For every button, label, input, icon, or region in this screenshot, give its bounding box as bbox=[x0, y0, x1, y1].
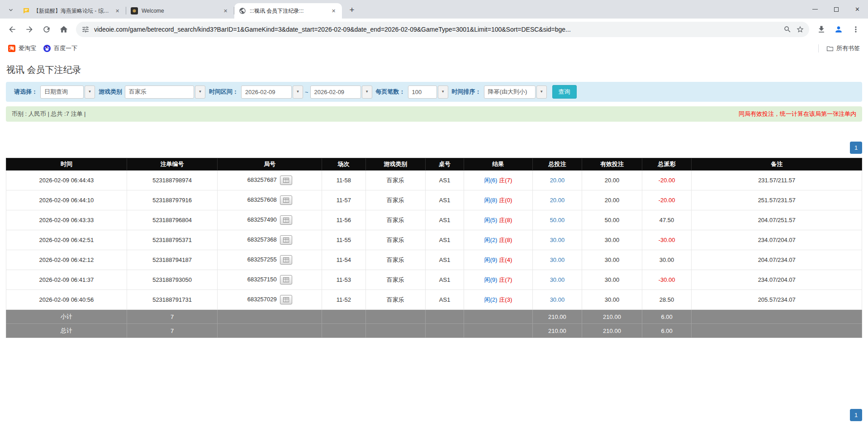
page-1-button[interactable]: 1 bbox=[850, 142, 862, 154]
tab-close-icon[interactable]: ✕ bbox=[330, 7, 337, 15]
cell-result: 闲(2)庄(8) bbox=[464, 230, 532, 250]
new-tab-button[interactable]: + bbox=[346, 4, 358, 16]
forward-button[interactable] bbox=[22, 22, 37, 37]
zoom-icon[interactable] bbox=[781, 23, 794, 36]
site-info-icon[interactable] bbox=[81, 25, 90, 33]
select-type-value[interactable]: 日期查询 bbox=[40, 85, 84, 99]
chevron-down-icon[interactable]: ▼ bbox=[362, 85, 372, 99]
note-text: 同局有效投注，统一计算在该局第一张注单内 bbox=[739, 110, 856, 118]
cell-total-bet[interactable]: 20.00 bbox=[532, 171, 582, 190]
per-page-combo: 100 ▼ bbox=[408, 85, 448, 99]
chat-favicon-icon bbox=[23, 7, 30, 14]
tab-search-button[interactable] bbox=[5, 4, 17, 16]
chevron-down-icon[interactable]: ▼ bbox=[195, 85, 205, 99]
table-row: 2026-02-09 06:42:51 523188795371 6832573… bbox=[6, 230, 862, 250]
round-detail-button[interactable] bbox=[280, 215, 292, 225]
round-id: 683257608 bbox=[247, 196, 277, 203]
tab-bet-records[interactable]: :::视讯 会员下注纪录::: ✕ bbox=[234, 3, 342, 19]
result-player: 闲(9) bbox=[484, 276, 497, 283]
cell-time: 2026-02-09 06:40:56 bbox=[6, 290, 127, 310]
cell-session: 11-54 bbox=[322, 250, 365, 270]
cell-total-bet[interactable]: 50.00 bbox=[532, 210, 582, 230]
cell-session: 11-56 bbox=[322, 210, 365, 230]
date-end-input[interactable]: 2026-02-09 bbox=[310, 85, 361, 99]
maximize-button[interactable] bbox=[825, 0, 847, 19]
menu-button[interactable] bbox=[848, 22, 863, 37]
download-icon bbox=[817, 25, 826, 34]
profile-button[interactable] bbox=[831, 22, 846, 37]
cell-total-bet[interactable]: 30.00 bbox=[532, 250, 582, 270]
grid-icon bbox=[283, 257, 289, 262]
result-banker: 庄(8) bbox=[499, 217, 512, 223]
cell-total-bet[interactable]: 30.00 bbox=[532, 270, 582, 290]
search-button[interactable]: 查询 bbox=[552, 85, 577, 99]
bookmark-baidu[interactable]: 百度一下 bbox=[40, 43, 81, 54]
minimize-button[interactable] bbox=[804, 0, 825, 19]
cell-table: AS1 bbox=[426, 210, 464, 230]
tab-forum[interactable]: 【新提醒】海燕策略论坛 - 综合... ✕ bbox=[18, 3, 126, 19]
chevron-down-icon[interactable]: ▼ bbox=[438, 85, 448, 99]
cell-game: 百家乐 bbox=[365, 270, 425, 290]
page-content: 视讯 会员下注纪录 请选择： 日期查询 ▼ 游戏类别 百家乐 ▼ 时间区间： 2… bbox=[0, 56, 868, 432]
select-type-label: 请选择： bbox=[14, 88, 38, 96]
chevron-down-icon[interactable]: ▼ bbox=[536, 85, 547, 99]
table-row: 2026-02-09 06:42:12 523188794187 6832572… bbox=[6, 250, 862, 270]
col-header-0: 时间 bbox=[6, 158, 127, 171]
tab-close-icon[interactable]: ✕ bbox=[114, 7, 121, 15]
cell-total-bet[interactable]: 30.00 bbox=[532, 290, 582, 310]
round-detail-button[interactable] bbox=[280, 295, 292, 304]
cell-round: 683257255 bbox=[218, 250, 322, 270]
cell-total-bet[interactable]: 20.00 bbox=[532, 190, 582, 210]
cell-result: 闲(8)庄(0) bbox=[464, 190, 532, 210]
cell-bet-id: 523188798974 bbox=[127, 171, 218, 190]
game-type-label: 游戏类别 bbox=[99, 88, 122, 96]
cell-note: 204.07/251.57 bbox=[692, 210, 862, 230]
tab-welcome[interactable]: Welcome ✕ bbox=[126, 3, 234, 19]
chevron-down-icon[interactable]: ▼ bbox=[85, 85, 95, 99]
date-start-input[interactable]: 2026-02-09 bbox=[241, 85, 292, 99]
cell-round: 683257150 bbox=[218, 270, 322, 290]
per-page-input[interactable]: 100 bbox=[408, 85, 437, 99]
home-button[interactable] bbox=[56, 22, 71, 37]
back-button[interactable] bbox=[5, 22, 20, 37]
baidu-favicon-icon bbox=[43, 45, 51, 52]
page-title: 视讯 会员下注纪录 bbox=[0, 56, 868, 81]
url-text[interactable]: videoie.com/game/betrecord_search/kind3?… bbox=[94, 26, 777, 33]
round-detail-button[interactable] bbox=[280, 255, 292, 265]
round-detail-button[interactable] bbox=[280, 275, 292, 285]
cell-valid-bet: 30.00 bbox=[582, 290, 642, 310]
close-window-button[interactable]: ✕ bbox=[847, 0, 868, 19]
result-player: 闲(5) bbox=[484, 217, 497, 223]
cell-game: 百家乐 bbox=[365, 210, 425, 230]
reload-button[interactable] bbox=[39, 22, 54, 37]
round-detail-button[interactable] bbox=[280, 176, 292, 185]
table-row: 2026-02-09 06:40:56 523188791731 6832570… bbox=[6, 290, 862, 310]
cell-note: 251.57/231.57 bbox=[692, 190, 862, 210]
downloads-button[interactable] bbox=[814, 22, 829, 37]
cell-payout: 30.00 bbox=[642, 250, 692, 270]
cell-round: 683257687 bbox=[218, 171, 322, 190]
round-detail-button[interactable] bbox=[280, 235, 292, 245]
tab-close-icon[interactable]: ✕ bbox=[222, 7, 229, 15]
page-1-button[interactable]: 1 bbox=[850, 409, 862, 421]
result-banker: 庄(8) bbox=[499, 237, 512, 243]
cell-result: 闲(6)庄(7) bbox=[464, 171, 532, 190]
cell-session: 11-53 bbox=[322, 270, 365, 290]
all-bookmarks-button[interactable]: 所有书签 bbox=[822, 43, 863, 54]
chevron-down-icon[interactable]: ▼ bbox=[293, 85, 303, 99]
cell-valid-bet: 20.00 bbox=[582, 190, 642, 210]
sort-value[interactable]: 降幂(由大到小) bbox=[484, 85, 536, 99]
round-detail-button[interactable] bbox=[280, 195, 292, 205]
col-header-3: 场次 bbox=[322, 158, 365, 171]
bookmark-star-icon[interactable] bbox=[794, 23, 806, 36]
url-bar[interactable]: videoie.com/game/betrecord_search/kind3?… bbox=[76, 22, 809, 37]
cell-table: AS1 bbox=[426, 250, 464, 270]
per-page-label: 每页笔数： bbox=[376, 88, 405, 96]
cell-result: 闲(9)庄(7) bbox=[464, 270, 532, 290]
bookmark-aitaobao[interactable]: 淘 爱淘宝 bbox=[5, 43, 40, 54]
game-type-value[interactable]: 百家乐 bbox=[125, 85, 194, 99]
cell-session: 11-57 bbox=[322, 190, 365, 210]
bookmarks-divider bbox=[818, 44, 819, 52]
cell-total-bet[interactable]: 30.00 bbox=[532, 230, 582, 250]
cell-game: 百家乐 bbox=[365, 290, 425, 310]
